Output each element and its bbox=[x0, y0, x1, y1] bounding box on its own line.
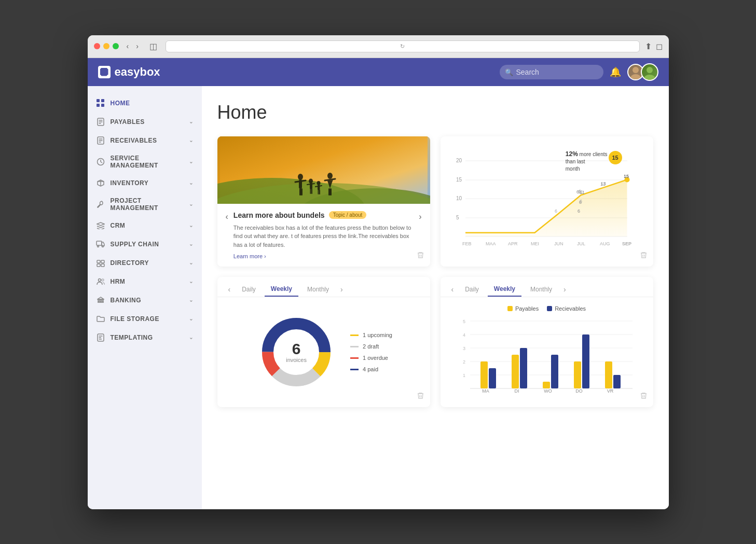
tab-daily-invoice[interactable]: Daily bbox=[236, 283, 262, 296]
svg-point-1 bbox=[630, 74, 641, 79]
svg-text:MAA: MAA bbox=[486, 241, 496, 246]
donut-area: 6 invoices 1 upcoming bbox=[226, 305, 422, 399]
sidebar-item-supply-chain[interactable]: SUPPLY CHAIN ⌄ bbox=[88, 235, 202, 254]
bar-tab-next[interactable]: › bbox=[561, 285, 569, 294]
close-button[interactable] bbox=[94, 43, 100, 49]
receivables-legend-square bbox=[547, 306, 552, 311]
svg-text:15: 15 bbox=[456, 177, 462, 183]
svg-rect-46 bbox=[301, 188, 303, 196]
svg-text:10: 10 bbox=[456, 196, 462, 201]
directory-icon bbox=[96, 258, 105, 268]
invoice-tab-next[interactable]: › bbox=[338, 285, 346, 294]
share-button[interactable]: ⬆ bbox=[645, 41, 652, 51]
svg-text:6: 6 bbox=[555, 208, 557, 214]
chevron-icon: ⌄ bbox=[189, 222, 194, 228]
tab-monthly-bar[interactable]: Monthly bbox=[524, 283, 558, 296]
tab-daily-bar[interactable]: Daily bbox=[459, 283, 485, 296]
svg-point-28 bbox=[98, 278, 101, 281]
tab-weekly-bar[interactable]: Weekly bbox=[488, 282, 521, 297]
svg-rect-25 bbox=[101, 260, 104, 263]
chevron-icon: ⌄ bbox=[189, 137, 194, 143]
svg-rect-26 bbox=[97, 264, 100, 267]
logo-icon bbox=[98, 66, 111, 78]
svg-rect-51 bbox=[311, 189, 312, 194]
forward-button[interactable]: › bbox=[133, 41, 141, 51]
logo[interactable]: easybox bbox=[98, 65, 160, 79]
svg-rect-6 bbox=[97, 104, 100, 107]
svg-line-18 bbox=[101, 162, 102, 163]
sidebar-item-project-management[interactable]: PROJECT MANAGEMENT ⌄ bbox=[88, 192, 202, 216]
sidebar-label-home: HOME bbox=[111, 100, 194, 107]
sidebar: HOME PAYABLES ⌄ RECEIVABLES ⌄ bbox=[88, 86, 202, 509]
sidebar-item-directory[interactable]: DIRECTORY ⌄ bbox=[88, 254, 202, 272]
sidebar-label-directory: DIRECTORY bbox=[111, 259, 184, 267]
new-tab-button[interactable]: ◻ bbox=[656, 41, 663, 51]
chevron-icon: ⌄ bbox=[189, 201, 194, 207]
sidebar-item-file-storage[interactable]: FILE STORAGE ⌄ bbox=[88, 310, 202, 328]
sidebar-label-hrm: HRM bbox=[111, 278, 184, 285]
invoice-delete-button[interactable] bbox=[417, 392, 424, 401]
svg-text:5: 5 bbox=[456, 215, 459, 220]
sidebar-item-templating[interactable]: TEMPLATING ⌄ bbox=[88, 328, 202, 347]
sidebar-item-receivables[interactable]: RECEIVABLES ⌄ bbox=[88, 131, 202, 150]
banner-description: The receivables box has a lot of the fea… bbox=[233, 224, 414, 249]
svg-rect-4 bbox=[97, 99, 100, 102]
chevron-icon: ⌄ bbox=[189, 159, 194, 164]
legend-upcoming: 1 upcoming bbox=[350, 332, 392, 338]
bar-tab-prev[interactable]: ‹ bbox=[449, 285, 457, 294]
legend-payables: Payables bbox=[507, 305, 539, 312]
bar-di-payables bbox=[512, 355, 519, 388]
svg-text:DI: DI bbox=[514, 388, 519, 394]
svg-text:15: 15 bbox=[624, 174, 629, 179]
svg-rect-5 bbox=[101, 99, 104, 102]
avatar-2[interactable] bbox=[641, 63, 658, 81]
truck-icon bbox=[96, 240, 105, 249]
bell-icon[interactable]: 🔔 bbox=[610, 66, 621, 78]
svg-text:2: 2 bbox=[463, 359, 465, 365]
sidebar-item-crm[interactable]: CRM ⌄ bbox=[88, 216, 202, 235]
browser-traffic-lights bbox=[94, 43, 119, 49]
clients-chart-delete-button[interactable] bbox=[640, 252, 647, 260]
maximize-button[interactable] bbox=[113, 43, 119, 49]
banner-prev-button[interactable]: ‹ bbox=[226, 212, 228, 221]
invoice-widget-body: 6 invoices 1 upcoming bbox=[217, 297, 430, 407]
svg-text:3: 3 bbox=[463, 346, 465, 351]
bar-chart-delete-button[interactable] bbox=[640, 392, 647, 401]
bar-chart-tabs: ‹ Daily Weekly Monthly › bbox=[441, 277, 653, 297]
sidebar-toggle-button[interactable]: ◫ bbox=[146, 40, 160, 52]
sidebar-item-service-management[interactable]: SERVICE MANAGEMENT ⌄ bbox=[88, 150, 202, 174]
minimize-button[interactable] bbox=[103, 43, 109, 49]
bar-vr-receivables bbox=[613, 375, 621, 388]
donut-number: 6 bbox=[286, 341, 307, 357]
svg-text:WO: WO bbox=[544, 388, 552, 394]
legend-upcoming-label: 1 upcoming bbox=[363, 332, 392, 338]
sidebar-item-home[interactable]: HOME bbox=[88, 94, 202, 113]
chevron-icon: ⌄ bbox=[189, 119, 194, 124]
receivables-icon bbox=[96, 136, 105, 145]
app-header: easybox 🔍 🔔 bbox=[88, 58, 669, 86]
legend-overdue: 1 overdue bbox=[350, 355, 392, 361]
learn-more-link[interactable]: Learn more › bbox=[233, 253, 414, 259]
banner-navigation: ‹ Learn more about bundels Topic / about… bbox=[226, 211, 422, 260]
svg-text:6: 6 bbox=[578, 208, 580, 214]
invoice-tab-prev[interactable]: ‹ bbox=[226, 285, 233, 294]
sidebar-item-inventory[interactable]: INVENTORY ⌄ bbox=[88, 174, 202, 192]
tab-weekly-invoice[interactable]: Weekly bbox=[265, 282, 298, 297]
svg-text:6: 6 bbox=[580, 199, 582, 204]
url-bar[interactable]: ↻ bbox=[166, 40, 640, 52]
banner-delete-button[interactable] bbox=[417, 252, 424, 260]
back-button[interactable]: ‹ bbox=[124, 41, 132, 51]
payables-legend-square bbox=[507, 306, 513, 311]
sidebar-item-payables[interactable]: PAYABLES ⌄ bbox=[88, 113, 202, 131]
sidebar-item-banking[interactable]: BANKING ⌄ bbox=[88, 291, 202, 310]
sidebar-item-hrm[interactable]: HRM ⌄ bbox=[88, 272, 202, 291]
banner-next-button[interactable]: › bbox=[419, 212, 421, 221]
page-title: Home bbox=[217, 102, 653, 123]
tab-monthly-invoice[interactable]: Monthly bbox=[301, 283, 335, 296]
svg-text:5: 5 bbox=[463, 319, 465, 324]
legend-draft-label: 2 draft bbox=[363, 343, 379, 350]
search-input[interactable] bbox=[500, 65, 603, 79]
svg-rect-30 bbox=[98, 299, 99, 302]
sidebar-label-receivables: RECEIVABLES bbox=[111, 137, 184, 144]
browser-chrome: ‹ › ◫ ↻ ⬆ ◻ bbox=[88, 35, 669, 58]
